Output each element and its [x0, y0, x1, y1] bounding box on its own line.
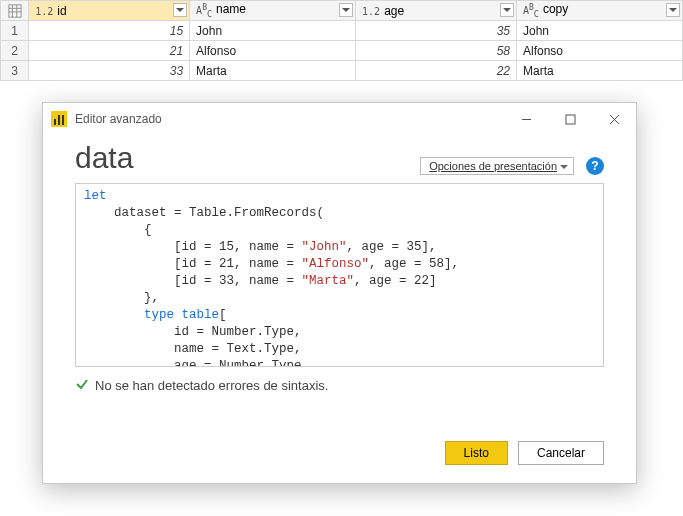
column-label: name — [216, 3, 246, 17]
check-icon — [75, 377, 89, 394]
table-icon — [8, 3, 22, 17]
column-header-age[interactable]: 1.2age — [356, 1, 517, 21]
row-number[interactable]: 3 — [1, 61, 29, 81]
dialog-title: Editor avanzado — [75, 112, 504, 126]
query-heading: data — [75, 141, 133, 175]
column-filter-button[interactable] — [666, 3, 680, 17]
datatype-text-icon: ABC — [523, 5, 539, 16]
cell-id[interactable]: 21 — [29, 41, 190, 61]
column-label: age — [384, 4, 404, 18]
table-row[interactable]: 1 15 John 35 John — [1, 21, 683, 41]
column-filter-button[interactable] — [339, 3, 353, 17]
cell-copy[interactable]: John — [517, 21, 683, 41]
column-header-name[interactable]: ABCname — [190, 1, 356, 21]
cell-id[interactable]: 33 — [29, 61, 190, 81]
datatype-text-icon: ABC — [196, 5, 212, 16]
cancel-button[interactable]: Cancelar — [518, 441, 604, 465]
cell-age[interactable]: 35 — [356, 21, 517, 41]
cell-copy[interactable]: Marta — [517, 61, 683, 81]
minimize-button[interactable] — [504, 103, 548, 135]
data-grid: 1.2id ABCname 1.2age ABCcopy 1 15 John 3… — [0, 0, 683, 81]
done-button[interactable]: Listo — [445, 441, 508, 465]
status-text: No se han detectado errores de sintaxis. — [95, 378, 328, 393]
cell-name[interactable]: John — [190, 21, 356, 41]
code-editor[interactable]: let dataset = Table.FromRecords( { [id =… — [75, 183, 604, 367]
cell-age[interactable]: 22 — [356, 61, 517, 81]
table-row[interactable]: 3 33 Marta 22 Marta — [1, 61, 683, 81]
row-number[interactable]: 2 — [1, 41, 29, 61]
cell-age[interactable]: 58 — [356, 41, 517, 61]
syntax-status: No se han detectado errores de sintaxis. — [75, 377, 604, 394]
column-header-id[interactable]: 1.2id — [29, 1, 190, 21]
svg-rect-6 — [566, 115, 575, 124]
column-filter-button[interactable] — [173, 3, 187, 17]
close-button[interactable] — [592, 103, 636, 135]
app-icon — [51, 111, 67, 127]
row-number[interactable]: 1 — [1, 21, 29, 41]
column-filter-button[interactable] — [500, 3, 514, 17]
cell-name[interactable]: Marta — [190, 61, 356, 81]
advanced-editor-dialog: Editor avanzado data Opciones de present… — [42, 102, 637, 484]
column-label: copy — [543, 3, 568, 17]
help-icon[interactable]: ? — [586, 157, 604, 175]
cell-copy[interactable]: Alfonso — [517, 41, 683, 61]
display-options-dropdown[interactable]: Opciones de presentación — [420, 157, 574, 175]
table-row[interactable]: 2 21 Alfonso 58 Alfonso — [1, 41, 683, 61]
svg-rect-0 — [8, 5, 20, 17]
cell-id[interactable]: 15 — [29, 21, 190, 41]
grid-corner[interactable] — [1, 1, 29, 21]
datatype-number-icon: 1.2 — [35, 6, 53, 17]
cell-name[interactable]: Alfonso — [190, 41, 356, 61]
datatype-number-icon: 1.2 — [362, 6, 380, 17]
titlebar: Editor avanzado — [43, 103, 636, 135]
column-header-copy[interactable]: ABCcopy — [517, 1, 683, 21]
column-label: id — [57, 4, 66, 18]
maximize-button[interactable] — [548, 103, 592, 135]
